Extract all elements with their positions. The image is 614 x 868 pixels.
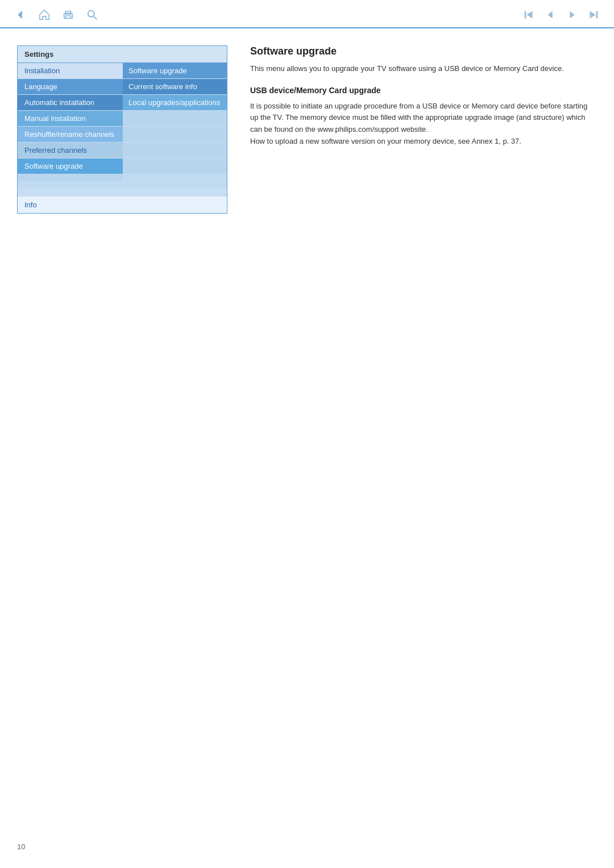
svg-marker-9 <box>570 11 574 19</box>
menu-left-empty2 <box>18 182 123 189</box>
home-icon[interactable] <box>38 8 51 22</box>
content-description: This menu allows you to upgrade your TV … <box>250 63 591 74</box>
svg-marker-6 <box>526 11 532 19</box>
svg-rect-11 <box>596 11 598 19</box>
menu-row-preferred[interactable]: Preferred channels <box>18 143 227 158</box>
content-subtitle: USB device/Memory Card upgrade <box>250 86 591 95</box>
content-body: It is possible to initiate an upgrade pr… <box>250 101 591 148</box>
menu-row-empty3 <box>18 189 227 197</box>
svg-rect-3 <box>65 16 70 19</box>
menu-right-reshuffle <box>123 127 227 142</box>
menu-row-reshuffle[interactable]: Reshuffle/rename channels <box>18 127 227 143</box>
settings-header: Settings <box>18 46 227 63</box>
menu-right-manual <box>123 111 227 126</box>
menu-item-manual[interactable]: Manual installation <box>18 111 123 126</box>
search-icon[interactable] <box>85 8 99 22</box>
toolbar <box>0 0 614 28</box>
content-panel: Software upgrade This menu allows you to… <box>244 45 597 214</box>
menu-right-empty2 <box>123 182 227 189</box>
content-title: Software upgrade <box>250 45 591 57</box>
menu-row-automatic[interactable]: Automatic installation Local upgrades/ap… <box>18 95 227 111</box>
menu-row-empty2 <box>18 182 227 189</box>
menu-left-empty1 <box>18 174 123 181</box>
menu-item-automatic[interactable]: Automatic installation <box>18 95 123 110</box>
menu-row-manual[interactable]: Manual installation <box>18 111 227 127</box>
menu-row-installation[interactable]: Installation Software upgrade <box>18 63 227 79</box>
svg-point-4 <box>88 11 94 17</box>
svg-rect-2 <box>65 11 70 14</box>
menu-item-current-software[interactable]: Current software info <box>123 79 227 94</box>
menu-item-language[interactable]: Language <box>18 79 123 94</box>
info-row[interactable]: Info <box>18 197 227 213</box>
svg-marker-8 <box>547 11 552 19</box>
toolbar-left <box>14 8 99 22</box>
menu-item-installation[interactable]: Installation <box>18 63 123 78</box>
menu-item-software[interactable]: Software upgrade <box>18 158 123 174</box>
menu-row-language[interactable]: Language Current software info <box>18 79 227 95</box>
menu-left-empty3 <box>18 189 123 196</box>
svg-marker-10 <box>590 11 596 19</box>
menu-item-reshuffle[interactable]: Reshuffle/rename channels <box>18 127 123 142</box>
menu-right-empty3 <box>123 189 227 196</box>
prev-icon[interactable] <box>544 8 557 22</box>
settings-panel: Settings Installation Software upgrade L… <box>17 45 227 214</box>
menu-right-preferred <box>123 143 227 158</box>
next-icon[interactable] <box>565 8 579 22</box>
svg-line-5 <box>94 16 97 20</box>
menu-right-software <box>123 158 227 174</box>
menu-right-empty1 <box>123 174 227 181</box>
svg-rect-7 <box>525 11 526 19</box>
print-icon[interactable] <box>61 8 75 22</box>
back-arrow-icon[interactable] <box>14 8 27 22</box>
main-content: Settings Installation Software upgrade L… <box>0 28 614 231</box>
page-number: 10 <box>17 842 25 851</box>
toolbar-right <box>522 8 600 22</box>
skip-back-icon[interactable] <box>522 8 536 22</box>
menu-item-software-upgrade-sub[interactable]: Software upgrade <box>123 63 227 78</box>
svg-marker-0 <box>18 11 22 19</box>
menu-item-local-upgrades[interactable]: Local upgrades/applications <box>123 95 227 110</box>
menu-row-software[interactable]: Software upgrade <box>18 158 227 174</box>
menu-row-empty1 <box>18 174 227 182</box>
menu-item-preferred[interactable]: Preferred channels <box>18 143 123 158</box>
skip-forward-icon[interactable] <box>587 8 600 22</box>
